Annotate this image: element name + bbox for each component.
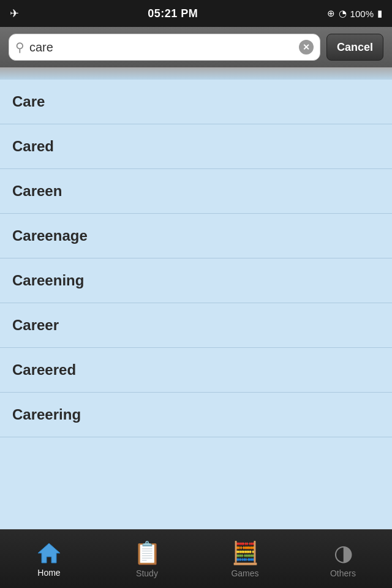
study-icon: 📋 [134, 540, 161, 566]
search-bar: ⚲ ✕ Cancel [0, 27, 392, 67]
cancel-button[interactable]: Cancel [326, 34, 383, 61]
list-item[interactable]: Careening [0, 258, 392, 303]
home-icon [37, 541, 61, 565]
result-word: Career [12, 317, 59, 333]
tab-games[interactable]: 🧮 Games [196, 530, 294, 588]
games-icon: 🧮 [232, 540, 259, 566]
search-divider [0, 67, 392, 80]
tab-study-label: Study [136, 568, 158, 578]
result-word: Careenage [12, 227, 88, 244]
svg-marker-0 [38, 543, 60, 563]
battery-icon: ▮ [377, 8, 382, 19]
clear-button[interactable]: ✕ [299, 40, 314, 55]
tab-study[interactable]: 📋 Study [98, 530, 196, 588]
search-input[interactable] [29, 40, 299, 55]
list-item[interactable]: Care [0, 80, 392, 124]
list-item[interactable]: Careenage [0, 214, 392, 258]
tab-others[interactable]: ◑ Others [294, 530, 392, 588]
status-time: 05:21 PM [148, 7, 198, 20]
tab-others-label: Others [330, 568, 356, 578]
tab-bar: Home 📋 Study 🧮 Games ◑ Others [0, 529, 392, 588]
search-input-wrapper[interactable]: ⚲ ✕ [9, 34, 320, 61]
tab-home-label: Home [37, 568, 60, 578]
battery-percent: 100% [350, 9, 374, 19]
result-word: Cared [12, 138, 54, 154]
clock-icon: ◔ [339, 8, 347, 19]
results-list: CareCaredCareenCareenageCareeningCareerC… [0, 80, 392, 529]
search-icon: ⚲ [15, 40, 24, 55]
result-word: Careen [12, 183, 62, 199]
list-item[interactable]: Careen [0, 169, 392, 214]
airplane-icon: ✈ [10, 7, 19, 20]
result-word: Care [12, 93, 45, 110]
status-bar: ✈ 05:21 PM ⊕ ◔ 100% ▮ [0, 0, 392, 27]
result-word: Careered [12, 361, 76, 378]
others-icon: ◑ [334, 540, 353, 566]
list-item[interactable]: Career [0, 303, 392, 348]
result-word: Careening [12, 272, 84, 288]
list-item[interactable]: Careering [0, 393, 392, 437]
result-word: Careering [12, 406, 81, 423]
status-left: ✈ [10, 7, 19, 20]
lock-icon: ⊕ [327, 8, 335, 19]
tab-home[interactable]: Home [0, 530, 98, 588]
list-item[interactable]: Careered [0, 348, 392, 393]
status-right: ⊕ ◔ 100% ▮ [327, 8, 382, 19]
list-item[interactable]: Cared [0, 124, 392, 169]
tab-games-label: Games [231, 568, 258, 578]
